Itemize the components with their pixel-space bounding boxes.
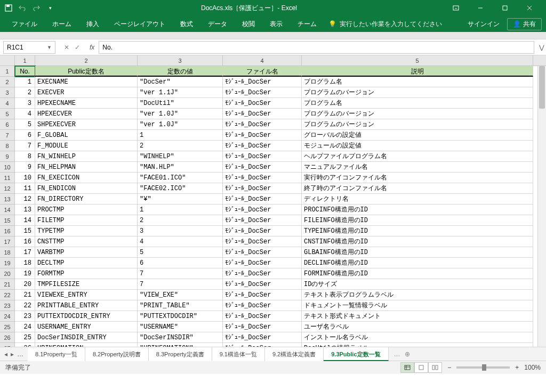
row-header[interactable]: 2 <box>0 77 15 87</box>
cell[interactable]: 13 <box>15 205 35 215</box>
row-header[interactable]: 21 <box>0 279 15 290</box>
cell[interactable]: 20 <box>15 279 35 290</box>
cell[interactable]: EXECNAME <box>35 77 138 87</box>
row-header[interactable]: 12 <box>0 183 15 194</box>
tab-scroll-right-icon[interactable]: ▸ <box>11 350 14 358</box>
cell[interactable]: 24 <box>15 322 35 332</box>
cell[interactable]: ﾓｼﾞｭｰﾙ_DocSer <box>223 332 302 343</box>
cell[interactable]: "FACE01.ICO" <box>138 173 223 183</box>
cell[interactable]: DECLINFO構造用のID <box>302 258 533 268</box>
cell[interactable]: 6 <box>15 130 35 141</box>
cell[interactable]: HPINFOMATION <box>35 343 138 347</box>
cell[interactable]: PUTTEXTDOCDIR_ENTRY <box>35 311 138 322</box>
cell[interactable]: テキスト形式ドキュメント <box>302 311 533 322</box>
save-icon[interactable] <box>4 4 13 12</box>
cell[interactable]: 7 <box>138 268 223 279</box>
close-button[interactable] <box>517 0 542 16</box>
cell[interactable]: SHPEXECVER <box>35 119 138 130</box>
cell[interactable]: 4 <box>15 109 35 119</box>
cell[interactable]: 6 <box>138 258 223 268</box>
cell[interactable]: ﾓｼﾞｭｰﾙ_DocSer <box>223 119 302 130</box>
cell[interactable]: "ver 1.1J" <box>138 87 223 98</box>
cell[interactable]: ﾓｼﾞｭｰﾙ_DocSer <box>223 279 302 290</box>
sheet-tab[interactable]: 9.3Public定数一覧 <box>324 347 388 361</box>
sheet-tab[interactable]: 9.1構造体一覧 <box>212 347 265 361</box>
chevron-down-icon[interactable]: ▼ <box>47 45 52 50</box>
sheet-tab[interactable]: 8.3Property定義書 <box>149 347 212 361</box>
cell[interactable]: グローバルの設定値 <box>302 130 533 141</box>
normal-view-icon[interactable] <box>400 362 414 373</box>
tab-scroll-left-icon[interactable]: ◂ <box>4 350 7 358</box>
ribbon-tab[interactable]: 校閲 <box>235 16 262 32</box>
cell[interactable]: FN_EXECICON <box>35 173 138 183</box>
page-layout-view-icon[interactable] <box>414 362 428 373</box>
cell[interactable]: DocSerINSDIR_ENTRY <box>35 332 138 343</box>
cell[interactable]: DocUtilの情報ラベル <box>302 343 533 347</box>
cell[interactable]: 4 <box>138 236 223 247</box>
ribbon-tab[interactable]: ホーム <box>45 16 79 32</box>
cell[interactable]: 16 <box>15 236 35 247</box>
cell[interactable]: USERNAME_ENTRY <box>35 322 138 332</box>
row-header[interactable]: 1 <box>0 66 15 77</box>
cell[interactable]: 9 <box>15 162 35 173</box>
sheet-tab[interactable]: 9.2構造体定義書 <box>265 347 324 361</box>
cell[interactable]: "HPINFOMATION" <box>138 343 223 347</box>
cell[interactable]: ﾓｼﾞｭｰﾙ_DocSer <box>223 151 302 162</box>
row-header[interactable]: 24 <box>0 311 15 322</box>
cell[interactable]: FILETMP <box>35 215 138 226</box>
file-tab[interactable]: ファイル <box>4 16 45 32</box>
cell[interactable]: ﾓｼﾞｭｰﾙ_DocSer <box>223 226 302 236</box>
share-button[interactable]: 👤 共有 <box>507 18 542 30</box>
header-cell[interactable]: ファイル名 <box>223 66 302 77</box>
row-header[interactable]: 15 <box>0 215 15 226</box>
undo-icon[interactable] <box>18 4 27 12</box>
row-header[interactable]: 3 <box>0 87 15 98</box>
cell[interactable]: 2 <box>138 141 223 151</box>
cell[interactable]: ﾓｼﾞｭｰﾙ_DocSer <box>223 87 302 98</box>
fx-icon[interactable]: fx <box>85 44 99 51</box>
cell[interactable]: TMPFILESIZE <box>35 279 138 290</box>
ribbon-display-icon[interactable] <box>444 0 468 16</box>
tab-more-icon[interactable]: … <box>17 350 23 358</box>
cell[interactable]: 11 <box>15 183 35 194</box>
minimize-button[interactable] <box>468 0 493 16</box>
row-header[interactable]: 13 <box>0 194 15 205</box>
row-header[interactable]: 7 <box>0 130 15 141</box>
row-header[interactable]: 8 <box>0 141 15 151</box>
cell[interactable]: 8 <box>15 151 35 162</box>
cell[interactable]: ﾓｼﾞｭｰﾙ_DocSer <box>223 109 302 119</box>
cell[interactable]: ﾓｼﾞｭｰﾙ_DocSer <box>223 205 302 215</box>
row-header[interactable]: 18 <box>0 247 15 258</box>
row-header[interactable]: 25 <box>0 322 15 332</box>
cell[interactable]: ﾓｼﾞｭｰﾙ_DocSer <box>223 215 302 226</box>
cell[interactable]: "DocSerINSDIR" <box>138 332 223 343</box>
ribbon-tab[interactable]: データ <box>200 16 235 32</box>
cell[interactable]: 1 <box>15 77 35 87</box>
cell[interactable]: PRINTTABLE_ENTRY <box>35 300 138 311</box>
cell[interactable]: FN_DIRECTORY <box>35 194 138 205</box>
cell[interactable]: プログラムのバージョン <box>302 119 533 130</box>
cell[interactable]: HPEXECVER <box>35 109 138 119</box>
new-sheet-icon[interactable]: ⊕ <box>405 350 410 358</box>
cell[interactable]: ﾓｼﾞｭｰﾙ_DocSer <box>223 183 302 194</box>
cell[interactable]: プログラム名 <box>302 77 533 87</box>
cell[interactable]: 1 <box>138 205 223 215</box>
cell[interactable]: マニュアルファイル名 <box>302 162 533 173</box>
cell[interactable]: FN_ENDICON <box>35 183 138 194</box>
row-header[interactable]: 10 <box>0 162 15 173</box>
cell[interactable]: 25 <box>15 332 35 343</box>
cell[interactable]: ﾓｼﾞｭｰﾙ_DocSer <box>223 343 302 347</box>
cell[interactable]: ﾓｼﾞｭｰﾙ_DocSer <box>223 162 302 173</box>
cell[interactable]: 7 <box>138 279 223 290</box>
cell[interactable]: 3 <box>15 98 35 109</box>
header-cell[interactable]: 定数の値 <box>138 66 223 77</box>
cell[interactable]: ﾓｼﾞｭｰﾙ_DocSer <box>223 247 302 258</box>
cell[interactable]: IDのサイズ <box>302 279 533 290</box>
cell[interactable]: 12 <box>15 194 35 205</box>
cell[interactable]: ヘルプファイルプログラム名 <box>302 151 533 162</box>
ribbon-tab[interactable]: 挿入 <box>79 16 107 32</box>
cell[interactable]: ﾓｼﾞｭｰﾙ_DocSer <box>223 141 302 151</box>
row-header[interactable]: 11 <box>0 173 15 183</box>
cell[interactable]: 15 <box>15 226 35 236</box>
cell[interactable]: ﾓｼﾞｭｰﾙ_DocSer <box>223 258 302 268</box>
